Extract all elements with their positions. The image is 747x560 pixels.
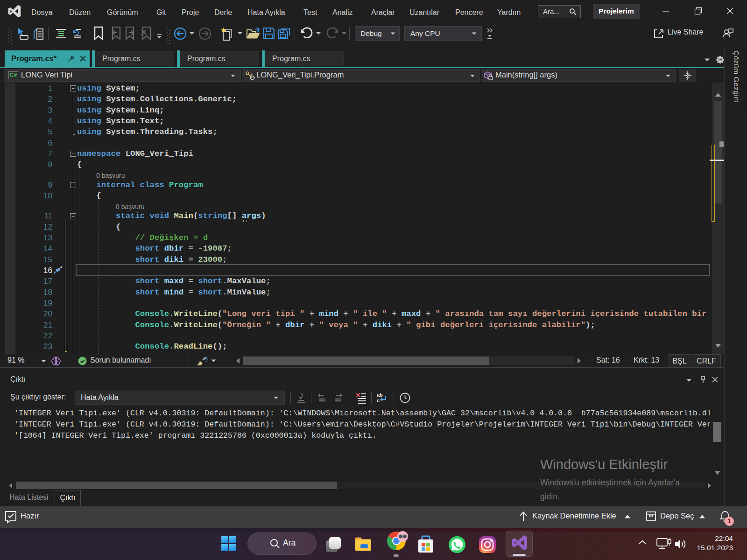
- svg-text:ab: ab: [377, 392, 383, 398]
- svg-text:c: c: [377, 398, 380, 403]
